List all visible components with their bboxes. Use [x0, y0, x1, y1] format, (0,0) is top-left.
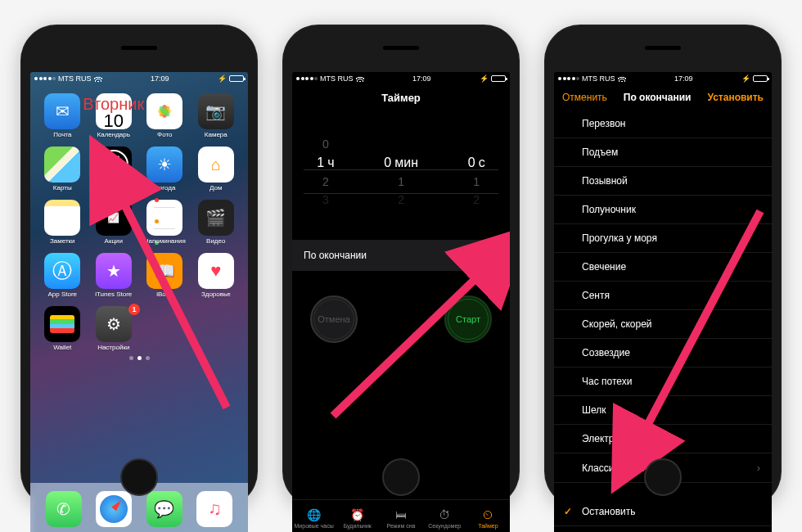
set-button[interactable]: Установить	[707, 92, 764, 103]
wifi-icon	[618, 75, 626, 82]
sound-option[interactable]: Сентя	[554, 282, 772, 310]
globe-icon: 🌐	[307, 507, 322, 522]
app-videos[interactable]: 🎬Видео	[192, 200, 241, 245]
sound-select-screen: MTS RUS 17:09 ⚡ Отменить По окончании Ус…	[554, 72, 772, 532]
sound-option[interactable]: Час потехи	[554, 367, 772, 396]
timer-icon: ⏲	[480, 507, 495, 522]
app-calendar[interactable]: Вторник10Календарь	[90, 93, 138, 138]
sound-stop-playing[interactable]: Остановить	[554, 498, 772, 526]
dock-phone[interactable]: ✆	[46, 491, 82, 527]
status-time: 17:09	[151, 74, 169, 83]
sound-option[interactable]: Прогулка у моря	[554, 224, 772, 253]
nav-title: По окончании	[624, 92, 692, 103]
app-ibook[interactable]: 📖iBook	[141, 253, 189, 298]
alarm-icon: ⏰	[350, 507, 365, 522]
sound-option[interactable]: Скорей, скорей	[554, 310, 772, 339]
dock-music[interactable]: ♫	[196, 491, 232, 527]
bluetooth-icon: ⚡	[480, 74, 489, 83]
battery-icon	[491, 75, 506, 82]
wifi-icon	[94, 75, 102, 82]
modal-nav: Отменить По окончании Установить	[554, 85, 772, 110]
home-screen: MTS RUS 17:09 ⚡ ✉︎Почта Вторник10Календа…	[30, 72, 248, 532]
dock: ✆ 💬 ♫	[30, 483, 248, 532]
when-ends-value: Радар	[463, 250, 492, 261]
timer-screen: MTS RUS 17:09 ⚡ Таймер 0 1ч 2 3 0мин 1 2…	[292, 72, 510, 532]
app-mail[interactable]: ✉︎Почта	[38, 93, 87, 138]
when-ends-label: По окончании	[304, 250, 367, 261]
time-picker[interactable]: 0 1ч 2 3 0мин 1 2 0с 1 2	[292, 127, 510, 217]
sound-list[interactable]: Перезвон Подъем Позывной Полуночник Прог…	[554, 110, 772, 532]
cancel-button[interactable]: Отменить	[562, 92, 607, 103]
settings-badge: 1	[128, 304, 140, 315]
phone-frame-1: MTS RUS 17:09 ⚡ ✉︎Почта Вторник10Календа…	[20, 25, 258, 507]
tab-alarm[interactable]: ⏰Будильник	[336, 500, 379, 532]
clock-icon	[99, 150, 128, 179]
app-settings[interactable]: ⚙︎1Настройки	[90, 306, 138, 351]
tab-world-clock[interactable]: 🌐Мировые часы	[292, 500, 336, 532]
app-stocks[interactable]: 📈Акции	[90, 200, 138, 245]
sound-option[interactable]: Созвездие	[554, 339, 772, 367]
nav-title: Таймер	[292, 85, 510, 110]
bluetooth-icon: ⚡	[218, 74, 227, 83]
carrier-label: MTS RUS	[58, 74, 92, 83]
tab-stopwatch[interactable]: ⏱Секундомер	[423, 500, 466, 532]
sound-option[interactable]: Свечение	[554, 253, 772, 282]
sound-option[interactable]: Перезвон	[554, 110, 772, 138]
chevron-right-icon: ›	[757, 462, 760, 474]
app-reminders[interactable]: Напоминания	[141, 200, 189, 245]
dock-messages[interactable]: 💬	[146, 491, 182, 527]
list-separator	[554, 483, 772, 498]
sound-classic-row[interactable]: Классические›	[554, 453, 772, 483]
signal-dots-icon	[34, 77, 56, 80]
bed-icon: 🛏	[394, 507, 408, 522]
app-clock[interactable]: Часы	[90, 147, 138, 192]
app-weather[interactable]: ☀︎Погода	[141, 147, 189, 192]
battery-icon	[229, 75, 244, 82]
app-appstore[interactable]: ⒶApp Store	[38, 253, 87, 298]
sound-option[interactable]: Позывной	[554, 167, 772, 196]
signal-dots-icon	[558, 77, 579, 80]
status-bar: MTS RUS 17:09 ⚡	[554, 72, 772, 85]
cancel-button[interactable]: Отмена	[310, 295, 358, 343]
phone-frame-2: MTS RUS 17:09 ⚡ Таймер 0 1ч 2 3 0мин 1 2…	[282, 25, 520, 507]
tab-timer[interactable]: ⏲Таймер	[466, 500, 510, 532]
chevron-right-icon: ›	[495, 250, 498, 261]
start-button[interactable]: Старт	[444, 295, 492, 343]
picker-hours[interactable]: 0 1ч 2 3	[317, 138, 334, 206]
app-photos[interactable]: Фото	[141, 93, 189, 138]
tab-bedtime[interactable]: 🛏Режим сна	[379, 500, 422, 532]
sound-option[interactable]: Электросхема	[554, 425, 772, 453]
when-timer-ends-row[interactable]: По окончании Радар›	[292, 240, 510, 271]
app-health[interactable]: ♥Здоровье	[192, 253, 241, 298]
battery-icon	[753, 75, 768, 82]
sound-option[interactable]: Полуночник	[554, 196, 772, 224]
signal-dots-icon	[296, 77, 318, 80]
sound-option[interactable]: Шелк	[554, 396, 772, 425]
home-grid: ✉︎Почта Вторник10Календарь Фото 📷Камера …	[30, 85, 248, 351]
app-camera[interactable]: 📷Камера	[192, 93, 241, 138]
phone-frame-3: MTS RUS 17:09 ⚡ Отменить По окончании Ус…	[544, 25, 782, 507]
status-bar: MTS RUS 17:09 ⚡	[30, 72, 248, 85]
bluetooth-icon: ⚡	[741, 74, 750, 83]
picker-seconds[interactable]: 0с 1 2	[468, 138, 485, 206]
app-notes[interactable]: Заметки	[38, 200, 87, 245]
app-wallet[interactable]: Wallet	[38, 306, 87, 351]
dock-safari[interactable]	[96, 491, 132, 527]
wifi-icon	[356, 75, 364, 82]
app-itunes[interactable]: ★iTunes Store	[90, 253, 138, 298]
page-indicator[interactable]	[30, 356, 248, 360]
stopwatch-icon: ⏱	[437, 507, 452, 522]
app-home[interactable]: ⌂Дом	[192, 147, 241, 192]
picker-minutes[interactable]: 0мин 1 2	[384, 138, 418, 206]
status-bar: MTS RUS 17:09 ⚡	[292, 72, 510, 85]
tab-bar: 🌐Мировые часы ⏰Будильник 🛏Режим сна ⏱Сек…	[292, 499, 510, 532]
app-maps[interactable]: Карты	[38, 147, 87, 192]
sound-option[interactable]: Подъем	[554, 138, 772, 167]
